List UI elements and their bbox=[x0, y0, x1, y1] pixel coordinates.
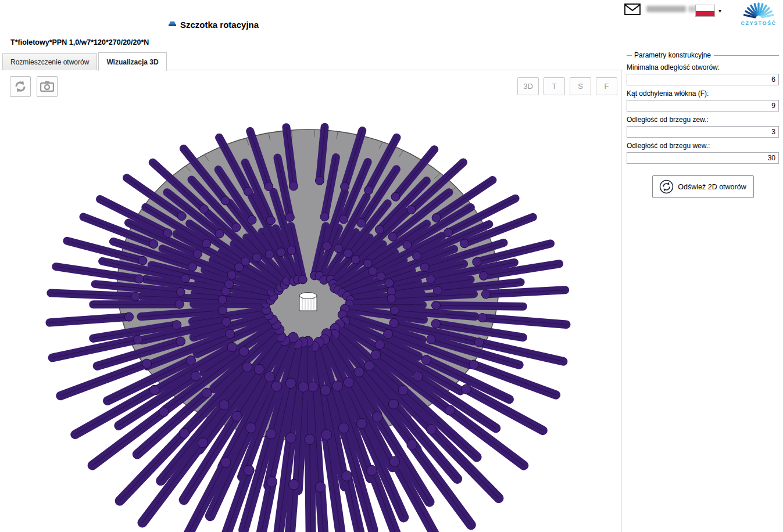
min-hole-distance-label: Minimalna odległość otworów: bbox=[627, 63, 779, 71]
product-code: T*fioletowy*PPN 1,0/w7*120*270/20/20*N bbox=[10, 38, 149, 46]
panel-legend-text: Parametry konstrukcyjne bbox=[632, 51, 714, 59]
tab-wizualizacja-3d[interactable]: Wizualizacja 3D bbox=[98, 52, 166, 71]
screenshot-button[interactable] bbox=[37, 76, 58, 97]
camera-icon bbox=[40, 81, 54, 92]
logo-text: CZYSTOŚĆ bbox=[736, 20, 781, 26]
page-title: Szczotka rotacyjna bbox=[180, 20, 259, 30]
construction-params-panel: Parametry konstrukcyjne Minimalna odległ… bbox=[627, 51, 779, 198]
viewer-3d-panel[interactable]: 3D T S F bbox=[0, 70, 622, 532]
inner-edge-distance-input[interactable] bbox=[627, 152, 779, 164]
view-front-button[interactable]: F bbox=[596, 77, 617, 95]
mail-icon[interactable] bbox=[623, 2, 642, 17]
min-hole-distance-input[interactable] bbox=[627, 74, 779, 85]
view-mode-buttons: 3D T S F bbox=[517, 77, 617, 95]
view-top-button[interactable]: T bbox=[544, 77, 565, 95]
view-side-button[interactable]: S bbox=[570, 77, 591, 95]
fiber-angle-input[interactable] bbox=[627, 100, 779, 112]
logo-fan-icon bbox=[736, 1, 781, 19]
refresh-2d-holes-button[interactable]: Odśwież 2D otworów bbox=[652, 175, 754, 198]
user-email-redacted bbox=[646, 6, 686, 12]
refresh-2d-icon bbox=[659, 179, 674, 194]
brush-3d-model[interactable] bbox=[0, 70, 621, 532]
tab-rozmieszczenie-otworow[interactable]: Rozmieszczenie otworów bbox=[2, 53, 97, 70]
refresh-2d-holes-label: Odśwież 2D otworów bbox=[678, 183, 746, 191]
page-title-block: Szczotka rotacyjna bbox=[168, 20, 259, 30]
fiber-angle-label: Kąt odchylenia włókna (F): bbox=[627, 89, 779, 98]
chevron-down-icon: ▾ bbox=[718, 8, 721, 14]
language-selector[interactable]: ▾ bbox=[695, 5, 721, 17]
view-3d-button[interactable]: 3D bbox=[517, 77, 539, 95]
tab-bar: Rozmieszczenie otworów Wizualizacja 3D bbox=[2, 52, 168, 70]
poland-flag-icon bbox=[695, 5, 715, 17]
refresh-icon bbox=[14, 80, 27, 93]
company-logo[interactable]: CZYSTOŚĆ bbox=[736, 1, 781, 26]
reset-view-button[interactable] bbox=[10, 76, 31, 97]
outer-edge-distance-input[interactable] bbox=[627, 126, 779, 138]
inner-edge-distance-label: Odległość od brzegu wew.: bbox=[627, 142, 779, 150]
brush-icon bbox=[168, 21, 177, 28]
viewer-toolbar bbox=[10, 76, 58, 97]
panel-legend: Parametry konstrukcyjne bbox=[627, 51, 779, 59]
outer-edge-distance-label: Odległość od brzegu zew.: bbox=[627, 116, 779, 124]
